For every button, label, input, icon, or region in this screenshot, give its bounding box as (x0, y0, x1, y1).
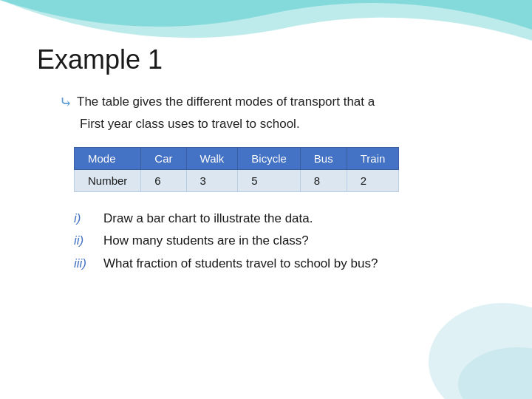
question-text-1: Draw a bar chart to illustrate the data. (103, 208, 313, 230)
question-label-3: iii) (74, 253, 98, 275)
cell-bicycle: 5 (238, 169, 301, 191)
col-header-train: Train (347, 147, 399, 169)
question-item-1: i) Draw a bar chart to illustrate the da… (74, 208, 495, 230)
col-header-car: Car (141, 147, 186, 169)
svg-point-0 (429, 303, 532, 399)
page-title: Example 1 (37, 44, 495, 75)
question-label-2: ii) (74, 231, 98, 252)
question-label-1: i) (74, 208, 98, 230)
question-item-3: iii) What fraction of students travel to… (74, 253, 495, 275)
cell-train: 2 (347, 169, 399, 191)
col-header-walk: Walk (186, 147, 238, 169)
description-text: ⤷The table gives the different modes of … (37, 90, 495, 134)
table-row: Number 6 3 5 8 2 (75, 169, 399, 191)
col-header-mode: Mode (75, 147, 141, 169)
svg-point-1 (458, 347, 532, 399)
cell-car: 6 (141, 169, 186, 191)
question-item-2: ii) How many students are in the class? (74, 231, 495, 252)
row-label: Number (75, 169, 141, 191)
bullet-icon: ⤷ (59, 90, 72, 115)
cell-bus: 8 (300, 169, 347, 191)
question-text-3: What fraction of students travel to scho… (103, 253, 378, 275)
col-header-bus: Bus (300, 147, 347, 169)
col-header-bicycle: Bicycle (238, 147, 301, 169)
transport-table: Mode Car Walk Bicycle Bus Train Number 6… (74, 147, 399, 192)
question-text-2: How many students are in the class? (103, 231, 309, 252)
data-table-container: Mode Car Walk Bicycle Bus Train Number 6… (74, 147, 495, 192)
cell-walk: 3 (186, 169, 238, 191)
questions-list: i) Draw a bar chart to illustrate the da… (37, 208, 495, 276)
